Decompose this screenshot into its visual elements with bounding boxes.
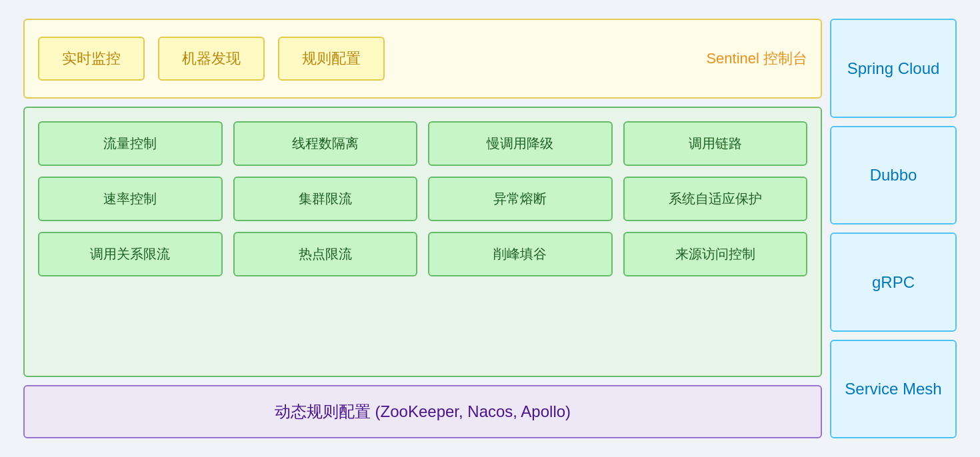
right-box-service-mesh: Service Mesh bbox=[830, 340, 957, 439]
features-row-2: 速率控制 集群限流 异常熔断 系统自适应保护 bbox=[38, 177, 807, 221]
main-container: 实时监控 机器发现 规则配置 Sentinel 控制台 流量控制 线程数隔离 慢… bbox=[17, 12, 963, 445]
feature-adaptive-protection: 系统自适应保护 bbox=[623, 177, 808, 221]
right-box-dubbo: Dubbo bbox=[830, 126, 957, 225]
feature-call-relation-limit: 调用关系限流 bbox=[38, 232, 223, 276]
sentinel-box-discovery: 机器发现 bbox=[158, 37, 265, 81]
dynamic-label: 动态规则配置 (ZooKeeper, Nacos, Apollo) bbox=[275, 401, 571, 422]
feature-thread-isolation: 线程数隔离 bbox=[233, 121, 418, 166]
feature-source-access-control: 来源访问控制 bbox=[623, 232, 808, 276]
sentinel-box-rules: 规则配置 bbox=[278, 37, 385, 81]
feature-slow-call-degradation: 慢调用降级 bbox=[428, 121, 613, 166]
feature-call-chain: 调用链路 bbox=[623, 121, 808, 166]
sentinel-section: 实时监控 机器发现 规则配置 Sentinel 控制台 bbox=[23, 19, 822, 99]
right-box-spring-cloud: Spring Cloud bbox=[830, 19, 957, 118]
feature-exception-circuit: 异常熔断 bbox=[428, 177, 613, 221]
right-panel: Spring Cloud Dubbo gRPC Service Mesh bbox=[830, 19, 957, 438]
features-section: 流量控制 线程数隔离 慢调用降级 调用链路 速率控制 集群限流 异常熔断 系统自… bbox=[23, 107, 822, 377]
right-box-grpc: gRPC bbox=[830, 232, 957, 332]
feature-rate-control: 速率控制 bbox=[38, 177, 223, 221]
sentinel-label: Sentinel 控制台 bbox=[706, 49, 807, 69]
feature-hotspot-limit: 热点限流 bbox=[233, 232, 418, 276]
left-panel: 实时监控 机器发现 规则配置 Sentinel 控制台 流量控制 线程数隔离 慢… bbox=[23, 19, 822, 438]
feature-cluster-limit: 集群限流 bbox=[233, 177, 418, 221]
features-row-3: 调用关系限流 热点限流 削峰填谷 来源访问控制 bbox=[38, 232, 807, 276]
sentinel-boxes: 实时监控 机器发现 规则配置 bbox=[38, 37, 693, 81]
feature-flow-control: 流量控制 bbox=[38, 121, 223, 166]
feature-peak-shaving: 削峰填谷 bbox=[428, 232, 613, 276]
sentinel-box-monitor: 实时监控 bbox=[38, 37, 145, 81]
features-row-1: 流量控制 线程数隔离 慢调用降级 调用链路 bbox=[38, 121, 807, 166]
dynamic-section: 动态规则配置 (ZooKeeper, Nacos, Apollo) bbox=[23, 385, 822, 438]
